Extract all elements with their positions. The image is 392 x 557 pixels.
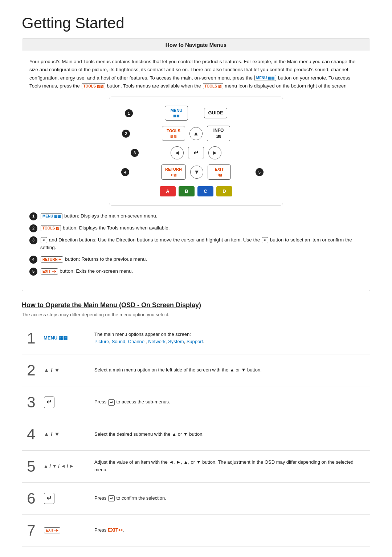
callout-2: 2: [122, 130, 130, 138]
color-buttons-row: A B C D: [160, 186, 232, 196]
osd-subtext: The access steps may differ depending on…: [22, 312, 370, 317]
bullet4-return-label: RETURN ↩: [41, 256, 63, 263]
osd-exit-inline-7: EXIT+▪: [108, 527, 123, 533]
info-button: INFOℹ▨: [207, 126, 230, 141]
down-button: ▼: [190, 166, 203, 179]
bullet-circle-5: 5: [29, 268, 37, 276]
guide-button: GUIDE: [204, 108, 227, 118]
osd-exit-icon-7: EXIT⊣▪: [44, 527, 60, 533]
osd-ok-inline-6: ↵: [108, 495, 115, 501]
bullet3-ok-icon: ↵: [41, 237, 47, 243]
osd-row-4: 4 ▲ / ▼ Select the desired submenu with …: [22, 418, 370, 450]
osd-symbol-2: ▲ / ▼: [41, 354, 91, 386]
osd-symbol-4: ▲ / ▼: [41, 418, 91, 450]
color-button-a: A: [160, 186, 176, 196]
tools-inline-label2: TOOLS ▨: [203, 83, 223, 89]
navigate-menus-header: How to Navigate Menus: [22, 39, 370, 51]
osd-step-2: 2: [22, 354, 41, 386]
bullet-item-5: 5 EXIT ⊣▪ button: Exits the on-screen me…: [29, 267, 363, 276]
osd-row-1: 1 MENU ▦▦ The main menu options appear o…: [22, 322, 370, 354]
osd-symbol-1: MENU ▦▦: [41, 322, 91, 354]
osd-desc-2: Select a main menu option on the left si…: [91, 354, 370, 386]
osd-heading: How to Operate the Main Menu (OSD - On S…: [22, 301, 370, 309]
callout-4: 4: [121, 168, 129, 176]
bullet5-exit-label: EXIT ⊣▪: [41, 268, 58, 275]
osd-arrow-4: ▲ / ▼: [44, 431, 60, 437]
remote-row-3: 3 ◄ ↵ ►: [171, 146, 221, 159]
osd-row-5: 5 ▲ / ▼ / ◄ / ► Adjust the value of an i…: [22, 450, 370, 482]
osd-links-1: Picture, Sound, Channel, Network, System…: [94, 339, 204, 344]
bullet-item-1: 1 MENU ▦▦ button: Displays the main on-s…: [29, 212, 363, 220]
osd-arrow-2: ▲ / ▼: [44, 367, 60, 373]
osd-ok-icon-3: ↵: [44, 397, 54, 408]
osd-step-3: 3: [22, 386, 41, 418]
navigate-menus-body: Your product's Main and Tools menus cont…: [22, 51, 370, 291]
menu-button: MENU▦▦: [165, 106, 188, 121]
osd-step-4: 4: [22, 418, 41, 450]
osd-desc-1: The main menu options appear on the scre…: [91, 322, 370, 354]
remote-diagram: 1 MENU▦▦ GUIDE 2 TOOLS▨▨ ▲ INFOℹ▨ 3 ◄ ↵: [109, 97, 283, 206]
osd-step-1: 1: [22, 322, 41, 354]
osd-symbol-7: EXIT⊣▪: [41, 515, 91, 546]
return-button: RETURN↩▨: [161, 164, 186, 179]
osd-desc-6: Press ↵ to confirm the selection.: [91, 482, 370, 514]
tools-button: TOOLS▨▨: [162, 126, 185, 141]
bullet-item-2: 2 TOOLS ▨ button: Displays the Tools men…: [29, 224, 363, 232]
osd-desc-4: Select the desired submenu with the ▲ or…: [91, 418, 370, 450]
bullet-circle-3: 3: [29, 236, 37, 244]
osd-symbol-5: ▲ / ▼ / ◄ / ►: [41, 450, 91, 482]
osd-desc-5: Adjust the value of an item with the ◄, …: [91, 450, 370, 482]
osd-step-6: 6: [22, 482, 41, 514]
osd-symbol-3: ↵: [41, 386, 91, 418]
osd-menu-icon-1: MENU ▦▦: [44, 335, 68, 341]
callout-3: 3: [131, 149, 139, 157]
bullet3-ok-icon2: ↵: [262, 237, 268, 243]
bullet2-tools-label: TOOLS ▨: [41, 225, 61, 231]
osd-desc-7: Press EXIT+▪.: [91, 515, 370, 546]
bullet-circle-2: 2: [29, 224, 37, 232]
remote-diagram-wrapper: 1 MENU▦▦ GUIDE 2 TOOLS▨▨ ▲ INFOℹ▨ 3 ◄ ↵: [29, 97, 363, 206]
color-button-d: D: [216, 186, 232, 196]
osd-table: 1 MENU ▦▦ The main menu options appear o…: [22, 322, 370, 546]
osd-row-6: 6 ↵ Press ↵ to confirm the selection.: [22, 482, 370, 514]
osd-row-2: 2 ▲ / ▼ Select a main menu option on the…: [22, 354, 370, 386]
osd-arrow-5: ▲ / ▼ / ◄ / ►: [44, 463, 74, 469]
navigate-menus-section: How to Navigate Menus Your product's Mai…: [22, 38, 370, 291]
bullet-circle-4: 4: [29, 256, 37, 264]
color-button-c: C: [197, 186, 213, 196]
bullet1-menu-label: MENU ▦▦: [41, 213, 62, 219]
osd-desc-3: Press ↵ to access the sub-menus.: [91, 386, 370, 418]
osd-section: How to Operate the Main Menu (OSD - On S…: [22, 301, 370, 546]
bullet-list: 1 MENU ▦▦ button: Displays the main on-s…: [29, 212, 363, 276]
callout-5: 5: [256, 168, 264, 176]
osd-row-3: 3 ↵ Press ↵ to access the sub-menus.: [22, 386, 370, 418]
osd-row-7: 7 EXIT⊣▪ Press EXIT+▪.: [22, 515, 370, 546]
up-button: ▲: [189, 127, 203, 140]
exit-button: EXIT⊣▨: [208, 164, 231, 179]
intro-paragraph: Your product's Main and Tools menus cont…: [29, 58, 363, 90]
tools-inline-label: TOOLS ▨▨: [82, 83, 105, 89]
osd-step-7: 7: [22, 515, 41, 546]
remote-row-1: 1 MENU▦▦ GUIDE: [165, 106, 227, 121]
bullet-item-4: 4 RETURN ↩ button: Returns to the previo…: [29, 255, 363, 264]
color-button-b: B: [179, 186, 195, 196]
osd-ok-inline-3: ↵: [108, 399, 115, 406]
ok-button: ↵: [188, 147, 204, 159]
left-button: ◄: [171, 146, 184, 159]
right-button: ►: [208, 146, 221, 159]
osd-ok-icon-6: ↵: [44, 493, 54, 504]
remote-row-2: 2 TOOLS▨▨ ▲ INFOℹ▨: [162, 126, 230, 141]
bullet-circle-1: 1: [29, 212, 37, 220]
callout-1: 1: [125, 109, 133, 117]
osd-symbol-6: ↵: [41, 482, 91, 514]
menu-inline-label: MENU ▦▦: [254, 75, 276, 81]
bullet-item-3: 3 ↵ and Direction buttons: Use the Direc…: [29, 236, 363, 252]
osd-step-5: 5: [22, 450, 41, 482]
remote-row-4: 4 RETURN↩▨ ▼ EXIT⊣▨ 5: [161, 164, 231, 179]
page-title: Getting Started: [22, 15, 370, 32]
